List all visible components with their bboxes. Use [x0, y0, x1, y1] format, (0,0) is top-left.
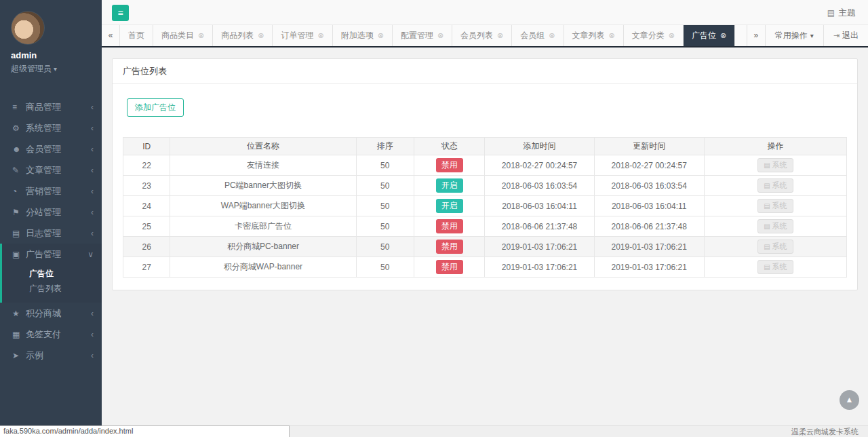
sidebar-item-label: 积分商城 [26, 307, 91, 320]
tab-config-manage[interactable]: 配置管理⊗ [393, 25, 452, 46]
tab-goods-category[interactable]: 商品类目⊗ [153, 25, 213, 46]
cell-updated-time: 2018-06-03 16:03:54 [594, 176, 704, 196]
tab-close-icon[interactable]: ⊗ [609, 31, 615, 40]
tab-close-icon[interactable]: ⊗ [198, 31, 204, 40]
system-action-badge[interactable]: ▤系统 [757, 240, 793, 254]
tab-close-icon[interactable]: ⊗ [720, 31, 726, 40]
panel-title: 广告位列表 [113, 59, 857, 84]
sidebar-item-ads-group: ▣广告管理∨广告位广告列表 [0, 244, 102, 303]
sidebar-item-example-icon: ➤ [12, 351, 26, 360]
system-action-badge[interactable]: ▤系统 [757, 260, 793, 274]
cell-added-time: 2018-06-03 16:03:54 [485, 176, 594, 196]
sidebar-subitem-ad-position[interactable]: 广告位 [2, 266, 102, 281]
back-to-top-button[interactable]: ▲ [840, 390, 859, 410]
tab-close-icon[interactable]: ⊗ [497, 31, 503, 40]
chevron-left-icon: ‹ [91, 187, 94, 196]
sidebar-item-example[interactable]: ➤示例‹ [0, 345, 102, 366]
chevron-left-icon: ‹ [91, 102, 94, 112]
cell-updated-time: 2019-01-03 17:06:21 [594, 237, 704, 257]
tab-goods-list[interactable]: 商品列表⊗ [213, 25, 273, 46]
sidebar-item-goods[interactable]: ≡商品管理‹ [0, 96, 102, 117]
tab-extra-options[interactable]: 附加选项⊗ [333, 25, 393, 46]
sidebar-item-label: 营销管理 [26, 185, 91, 197]
sidebar-subitem-ad-list[interactable]: 广告列表 [2, 281, 102, 296]
sidebar-item-members-group: ☻会员管理‹ [0, 138, 102, 159]
system-action-badge[interactable]: ▤系统 [757, 178, 793, 193]
avatar[interactable] [11, 11, 45, 45]
system-icon: ▤ [764, 202, 770, 210]
chevron-left-icon: ‹ [91, 330, 94, 339]
table-row: 27积分商城WAP-banner50禁用2019-01-03 17:06:212… [123, 257, 847, 278]
status-badge[interactable]: 禁用 [436, 219, 463, 233]
cell-sort: 50 [356, 257, 414, 278]
tab-ad-position[interactable]: 广告位⊗ [684, 25, 735, 46]
tab-close-icon[interactable]: ⊗ [258, 31, 264, 40]
sidebar-item-label: 日志管理 [26, 227, 91, 240]
tabs-scroll-left-button[interactable]: « [102, 25, 120, 46]
common-operations-dropdown[interactable]: 常用操作▾ [765, 25, 823, 46]
sidebar-item-ads[interactable]: ▣广告管理∨ [2, 244, 102, 265]
cell-sort: 50 [356, 237, 414, 257]
table-row: 22友情连接50禁用2018-02-27 00:24:572018-02-27 … [123, 155, 847, 176]
cell-position-name: PC端banner大图切换 [170, 176, 356, 196]
tab-member-group[interactable]: 会员组⊗ [512, 25, 564, 46]
sidebar-item-system-group: ⚙系统管理‹ [0, 117, 102, 138]
tab-close-icon[interactable]: ⊗ [378, 31, 384, 40]
browser-status-url: faka.590ka.com/admin/adda/index.html [0, 425, 290, 437]
theme-button[interactable]: ▤主题 [827, 7, 856, 19]
column-header: 添加时间 [485, 138, 594, 155]
sidebar-item-members[interactable]: ☻会员管理‹ [0, 138, 102, 159]
tab-article-category[interactable]: 文章分类⊗ [624, 25, 684, 46]
sidebar-item-substation[interactable]: ⚑分站管理‹ [0, 202, 102, 223]
sidebar-item-articles-icon: ✎ [12, 166, 26, 175]
system-icon: ▤ [764, 162, 770, 169]
table-row: 23PC端banner大图切换50开启2018-06-03 16:03:5420… [123, 176, 847, 196]
logout-button[interactable]: ⇥退出 [823, 25, 868, 46]
status-badge[interactable]: 禁用 [436, 260, 463, 274]
sidebar-item-points-mall[interactable]: ★积分商城‹ [0, 303, 102, 324]
sidebar-item-logs[interactable]: ▤日志管理‹ [0, 223, 102, 244]
system-action-badge[interactable]: ▤系统 [757, 219, 793, 233]
tab-member-list[interactable]: 会员列表⊗ [452, 25, 512, 46]
sidebar-item-example-group: ➤示例‹ [0, 345, 102, 366]
open-tabs: 首页商品类目⊗商品列表⊗订单管理⊗附加选项⊗配置管理⊗会员列表⊗会员组⊗文章列表… [120, 25, 747, 46]
tab-close-icon[interactable]: ⊗ [669, 31, 675, 40]
status-badge[interactable]: 开启 [436, 199, 463, 213]
tabs-scroll-right-button[interactable]: » [747, 25, 765, 46]
cell-added-time: 2018-02-27 00:24:57 [485, 155, 594, 176]
sidebar-item-nosign-pay[interactable]: ▦免签支付‹ [0, 324, 102, 345]
sidebar-item-label: 广告管理 [26, 248, 87, 261]
status-badge[interactable]: 禁用 [436, 158, 463, 172]
tab-close-icon[interactable]: ⊗ [549, 31, 555, 40]
tab-label: 会员组 [520, 30, 545, 41]
tab-close-icon[interactable]: ⊗ [437, 31, 443, 40]
cell-updated-time: 2018-02-27 00:24:57 [594, 155, 704, 176]
system-action-badge[interactable]: ▤系统 [757, 158, 793, 172]
tab-close-icon[interactable]: ⊗ [317, 31, 323, 40]
column-header: 排序 [356, 138, 414, 155]
user-role-dropdown[interactable]: 超级管理员▾ [11, 63, 102, 75]
add-ad-position-button[interactable]: 添加广告位 [127, 98, 184, 117]
sidebar-menu: ≡商品管理‹⚙系统管理‹☻会员管理‹✎文章管理‹◔营销管理‹⚑分站管理‹▤日志管… [0, 96, 102, 366]
cell-position-name: WAP端banner大图切换 [170, 196, 356, 216]
status-badge[interactable]: 禁用 [436, 240, 463, 254]
tab-home[interactable]: 首页 [120, 25, 153, 46]
system-action-badge[interactable]: ▤系统 [757, 199, 793, 213]
chevron-left-icon: ‹ [91, 166, 94, 175]
sidebar-item-articles[interactable]: ✎文章管理‹ [0, 159, 102, 180]
cell-id: 26 [123, 237, 170, 257]
chevron-left-icon: ‹ [91, 229, 94, 238]
sidebar-item-marketing-group: ◔营销管理‹ [0, 180, 102, 202]
tab-label: 附加选项 [341, 30, 374, 41]
tab-article-list[interactable]: 文章列表⊗ [564, 25, 624, 46]
tab-label: 首页 [128, 30, 144, 41]
status-badge[interactable]: 开启 [436, 178, 463, 193]
tab-order-manage[interactable]: 订单管理⊗ [273, 25, 332, 46]
caret-down-icon: ▾ [810, 32, 814, 39]
sidebar-item-system[interactable]: ⚙系统管理‹ [0, 117, 102, 138]
sidebar-item-goods-icon: ≡ [12, 102, 26, 112]
cell-sort: 50 [356, 155, 414, 176]
menu-toggle-button[interactable]: ≡ [112, 5, 129, 21]
cell-sort: 50 [356, 196, 414, 216]
sidebar-item-marketing[interactable]: ◔营销管理‹ [0, 180, 102, 202]
